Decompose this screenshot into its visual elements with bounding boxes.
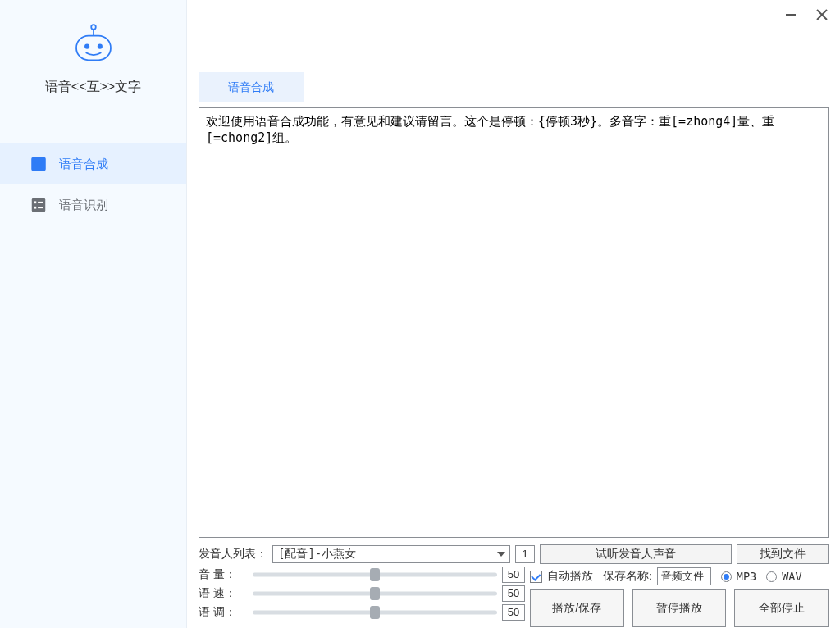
svg-rect-7 — [32, 157, 46, 171]
savename-label: 保存名称: — [603, 569, 652, 584]
synthesis-text-input[interactable] — [199, 107, 829, 538]
pitch-slider[interactable] — [253, 605, 497, 620]
find-file-button[interactable]: 找到文件 — [737, 544, 829, 564]
format-mp3-radio[interactable] — [721, 571, 732, 582]
svg-point-6 — [97, 44, 102, 49]
stop-all-button[interactable]: 全部停止 — [734, 589, 829, 627]
close-icon — [816, 9, 828, 20]
sidebar-item-label: 语音识别 — [59, 198, 108, 213]
speed-label: 语 速： — [199, 586, 248, 601]
volume-slider[interactable] — [253, 567, 497, 582]
sidebar-item-recognition[interactable]: 语音识别 — [0, 184, 186, 225]
loop-count-box[interactable]: 1 — [515, 545, 535, 563]
controls-panel: 发音人列表： [配音]-小燕女 1 试听发音人声音 找到文件 音 量： — [194, 541, 833, 628]
voice-list-combo[interactable]: [配音]-小燕女 — [272, 545, 510, 563]
volume-label: 音 量： — [199, 567, 248, 582]
svg-rect-4 — [76, 36, 111, 61]
pause-button[interactable]: 暂停播放 — [632, 589, 727, 627]
svg-rect-8 — [32, 198, 46, 212]
autoplay-checkbox[interactable] — [530, 571, 542, 583]
speed-value[interactable]: 50 — [502, 585, 525, 602]
svg-rect-12 — [38, 207, 43, 208]
format-wav-label: WAV — [782, 570, 801, 583]
tab-bar: 语音合成 — [199, 72, 832, 102]
voice-list-selected: [配音]-小燕女 — [273, 547, 493, 562]
svg-point-2 — [91, 25, 96, 30]
play-save-button[interactable]: 播放/保存 — [530, 589, 624, 627]
savename-input[interactable]: 音频文件 — [657, 567, 711, 585]
svg-rect-10 — [38, 202, 43, 203]
autoplay-label: 自动播放 — [547, 569, 593, 584]
format-mp3-label: MP3 — [737, 570, 756, 583]
sidebar-item-label: 语音合成 — [59, 157, 108, 172]
chevron-down-icon — [493, 552, 509, 557]
svg-point-5 — [84, 44, 89, 49]
sidebar: 语音<<互>>文字 语音合成 语音识别 — [0, 0, 187, 628]
window-close-button[interactable] — [814, 7, 830, 23]
robot-logo-icon — [71, 21, 116, 67]
volume-value[interactable]: 50 — [502, 567, 525, 583]
voice-list-label: 发音人列表： — [199, 547, 267, 562]
app-title: 语音<<互>>文字 — [45, 79, 141, 96]
sidebar-item-synthesis[interactable]: 语音合成 — [0, 143, 186, 184]
tab-synthesis[interactable]: 语音合成 — [199, 72, 304, 102]
svg-rect-9 — [34, 201, 37, 203]
preview-voice-button[interactable]: 试听发音人声音 — [540, 544, 732, 564]
main-panel: 语音合成 发音人列表： [配音]-小燕女 1 试听发音人声音 找到文件 — [187, 0, 840, 628]
speed-slider[interactable] — [253, 586, 497, 601]
window-minimize-button[interactable] — [783, 7, 799, 23]
svg-rect-11 — [34, 207, 37, 209]
pitch-value[interactable]: 50 — [502, 604, 525, 621]
pitch-label: 语 调： — [199, 605, 248, 620]
format-wav-radio[interactable] — [766, 571, 777, 582]
doc-w-icon — [30, 155, 48, 173]
checklist-icon — [30, 196, 48, 214]
